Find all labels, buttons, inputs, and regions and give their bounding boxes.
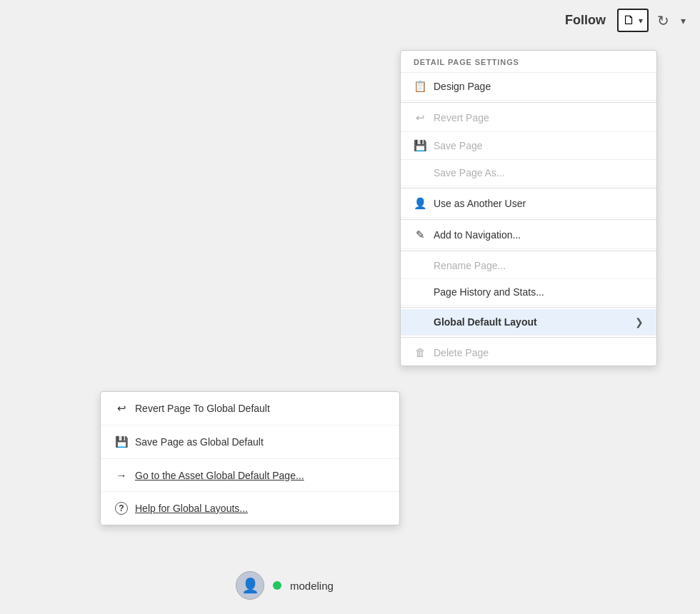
divider-1 xyxy=(401,102,656,103)
status-text: modeling xyxy=(290,580,334,592)
divider-3 xyxy=(401,219,656,220)
top-bar: Follow 🗋 ▾ ↻ ▾ xyxy=(548,0,700,41)
help-global-item[interactable]: ? Help for Global Layouts... xyxy=(101,492,399,525)
go-to-global-item[interactable]: → Go to the Asset Global Default Page... xyxy=(101,459,399,492)
use-as-another-user-item[interactable]: 👤 Use as Another User xyxy=(401,190,656,218)
avatar: 👤 xyxy=(236,571,264,600)
page-history-item[interactable]: Page History and Stats... xyxy=(401,279,656,306)
go-to-global-label: Go to the Asset Global Default Page... xyxy=(135,470,304,481)
arrow-right-icon: → xyxy=(115,469,128,481)
delete-page-item: 🗑 Delete Page xyxy=(401,339,656,366)
rename-page-label: Rename Page... xyxy=(434,260,506,271)
save-page-as-item: Save Page As... xyxy=(401,160,656,186)
follow-button[interactable]: Follow xyxy=(559,10,611,31)
pencil-icon: ✎ xyxy=(414,228,426,241)
delete-page-label: Delete Page xyxy=(434,347,489,358)
global-default-layout-item[interactable]: Global Default Layout ❯ xyxy=(401,309,656,336)
page-settings-button[interactable]: 🗋 ▾ xyxy=(617,9,649,32)
save-page-item: 💾 Save Page xyxy=(401,132,656,160)
rename-page-item: Rename Page... xyxy=(401,253,656,279)
save-page-icon: 💾 xyxy=(414,139,426,152)
page-icon: 🗋 xyxy=(623,13,636,28)
revert-to-global-label: Revert Page To Global Default xyxy=(135,403,270,414)
user-icon: 👤 xyxy=(414,197,426,210)
help-icon: ? xyxy=(115,502,128,515)
divider-4 xyxy=(401,251,656,251)
trash-icon: 🗑 xyxy=(414,346,426,358)
global-default-layout-label: Global Default Layout xyxy=(434,316,537,328)
revert-page-item: ↩ Revert Page xyxy=(401,104,656,132)
chevron-down-icon: ▾ xyxy=(681,15,686,26)
help-global-label: Help for Global Layouts... xyxy=(135,503,248,514)
chevron-down-icon: ▾ xyxy=(639,16,643,26)
sub-dropdown: ↩ Revert Page To Global Default 💾 Save P… xyxy=(100,391,400,525)
use-as-another-user-label: Use as Another User xyxy=(434,198,526,209)
save-page-as-label: Save Page As... xyxy=(434,167,505,178)
revert-page-icon: ↩ xyxy=(414,111,426,124)
page-history-label: Page History and Stats... xyxy=(434,286,544,298)
design-page-icon: 📋 xyxy=(414,80,426,93)
section-header: DETAIL PAGE SETTINGS xyxy=(401,51,656,73)
save-as-global-item[interactable]: 💾 Save Page as Global Default xyxy=(101,426,399,459)
revert-page-label: Revert Page xyxy=(434,112,489,124)
refresh-button[interactable]: ↻ xyxy=(654,9,672,32)
save-page-label: Save Page xyxy=(434,140,483,151)
status-dot xyxy=(273,581,281,590)
divider-2 xyxy=(401,188,656,188)
more-button[interactable]: ▾ xyxy=(678,12,689,29)
chevron-right-icon: ❯ xyxy=(635,316,644,328)
status-bar: 👤 modeling xyxy=(236,571,334,600)
design-page-item[interactable]: 📋 Design Page xyxy=(401,73,656,101)
design-page-label: Design Page xyxy=(434,81,491,92)
add-to-navigation-item[interactable]: ✎ Add to Navigation... xyxy=(401,221,656,249)
refresh-icon: ↻ xyxy=(657,13,669,29)
revert-global-icon: ↩ xyxy=(115,402,128,415)
divider-5 xyxy=(401,307,656,308)
main-dropdown: DETAIL PAGE SETTINGS 📋 Design Page ↩ Rev… xyxy=(400,50,657,366)
revert-to-global-item[interactable]: ↩ Revert Page To Global Default xyxy=(101,392,399,426)
save-as-global-label: Save Page as Global Default xyxy=(135,436,264,448)
save-global-icon: 💾 xyxy=(115,436,128,448)
add-to-navigation-label: Add to Navigation... xyxy=(434,229,521,241)
divider-6 xyxy=(401,337,656,338)
